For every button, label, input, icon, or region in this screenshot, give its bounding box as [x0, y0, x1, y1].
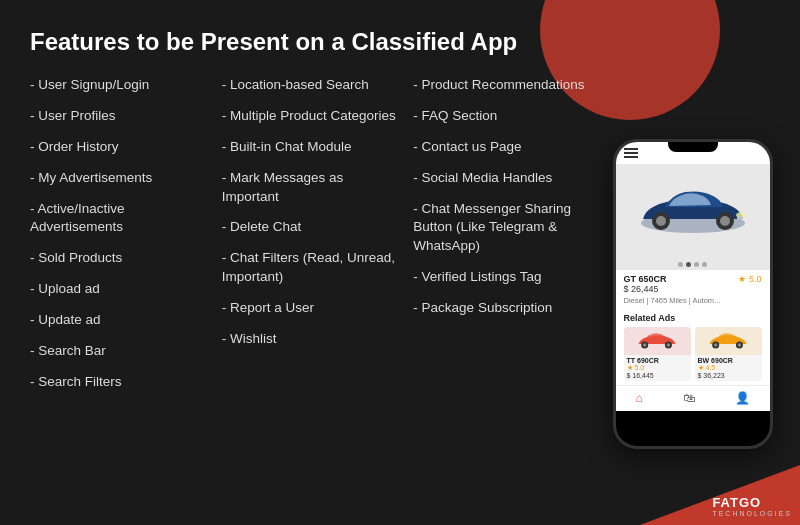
- nav-home-icon: ⌂: [635, 391, 642, 405]
- list-item: Order History: [30, 134, 212, 161]
- related-car-name: TT 690CR: [627, 357, 688, 364]
- related-car-name: BW 690CR: [698, 357, 759, 364]
- list-item: FAQ Section: [413, 103, 595, 130]
- phone-mockup: GT 650CR ★ 5.0 $ 26,445 Diesel | 7465 Mi…: [613, 139, 773, 449]
- list-item: Location-based Search: [222, 72, 404, 99]
- dot-3: [694, 262, 699, 267]
- brand-logo: FATGO: [712, 495, 792, 510]
- list-item: Search Bar: [30, 338, 212, 365]
- svg-point-11: [714, 343, 718, 347]
- list-item: Delete Chat: [222, 214, 404, 241]
- list-item: Active/Inactive Advertisements: [30, 196, 212, 242]
- car-price: $ 26,445: [624, 284, 762, 294]
- nav-user-icon: 👤: [735, 391, 750, 405]
- list-item: Upload ad: [30, 276, 212, 303]
- page-title: Features to be Present on a Classified A…: [30, 28, 770, 56]
- related-ads-title: Related Ads: [624, 313, 762, 323]
- related-rating: ★ 4.5: [698, 364, 716, 372]
- list-item: Search Filters: [30, 369, 212, 396]
- list-item: Mark Messages as Important: [222, 165, 404, 211]
- list-item: Wishlist: [222, 326, 404, 353]
- list-item: Chat Messenger Sharing Button (Like Tele…: [413, 196, 595, 261]
- column-1: User Signup/LoginUser ProfilesOrder Hist…: [30, 72, 222, 515]
- list-item: Built-in Chat Module: [222, 134, 404, 161]
- list-item: Report a User: [222, 295, 404, 322]
- car-rating: ★ 5.0: [738, 274, 761, 284]
- related-price: $ 16,445: [627, 372, 688, 379]
- svg-point-2: [656, 216, 666, 226]
- list-item: Update ad: [30, 307, 212, 334]
- svg-point-4: [720, 216, 730, 226]
- svg-point-13: [738, 343, 742, 347]
- features-columns: User Signup/LoginUser ProfilesOrder Hist…: [30, 72, 605, 515]
- related-car-card: BW 690CR ★ 4.5 $ 36,223: [695, 327, 762, 381]
- list-item: Verified Listings Tag: [413, 264, 595, 291]
- phone-area: GT 650CR ★ 5.0 $ 26,445 Diesel | 7465 Mi…: [605, 72, 780, 515]
- car-name: GT 650CR: [624, 274, 667, 284]
- list-item: Contact us Page: [413, 134, 595, 161]
- list-item: Package Subscription: [413, 295, 595, 322]
- list-item: User Signup/Login: [30, 72, 212, 99]
- column-2: Location-based SearchMultiple Product Ca…: [222, 72, 414, 515]
- related-car-card: TT 690CR ★ 5.0 $ 16,445: [624, 327, 691, 381]
- car-image-area: [616, 164, 770, 259]
- pagination-dots: [616, 259, 770, 270]
- title-section: Features to be Present on a Classified A…: [0, 0, 800, 72]
- dot-4: [702, 262, 707, 267]
- logo-area: FATGO TECHNOLOGIES: [712, 495, 792, 517]
- list-item: User Profiles: [30, 103, 212, 130]
- list-item: Product Recommendations: [413, 72, 595, 99]
- related-price: $ 36,223: [698, 372, 759, 379]
- list-item: Social Media Handles: [413, 165, 595, 192]
- related-rating: ★ 5.0: [627, 364, 645, 372]
- phone-nav: ⌂ 🛍 👤: [616, 385, 770, 411]
- list-item: Chat Filters (Read, Unread, Important): [222, 245, 404, 291]
- car-info: GT 650CR ★ 5.0 $ 26,445 Diesel | 7465 Mi…: [616, 270, 770, 309]
- column-3: Product RecommendationsFAQ SectionContac…: [413, 72, 605, 515]
- related-grid: TT 690CR ★ 5.0 $ 16,445 BW 690CR: [624, 327, 762, 381]
- related-ads: Related Ads TT 690CR ★ 5.0 $ 16,445: [616, 309, 770, 385]
- list-item: Sold Products: [30, 245, 212, 272]
- phone-notch: [668, 142, 718, 152]
- nav-bag-icon: 🛍: [683, 391, 695, 405]
- brand-sub: TECHNOLOGIES: [712, 510, 792, 517]
- dot-1: [678, 262, 683, 267]
- dot-2: [686, 262, 691, 267]
- svg-point-7: [643, 343, 647, 347]
- car-specs: Diesel | 7465 Miles | Autom...: [624, 296, 762, 305]
- svg-point-9: [667, 343, 671, 347]
- list-item: Multiple Product Categories: [222, 103, 404, 130]
- list-item: My Advertisements: [30, 165, 212, 192]
- main-content: User Signup/LoginUser ProfilesOrder Hist…: [0, 72, 800, 525]
